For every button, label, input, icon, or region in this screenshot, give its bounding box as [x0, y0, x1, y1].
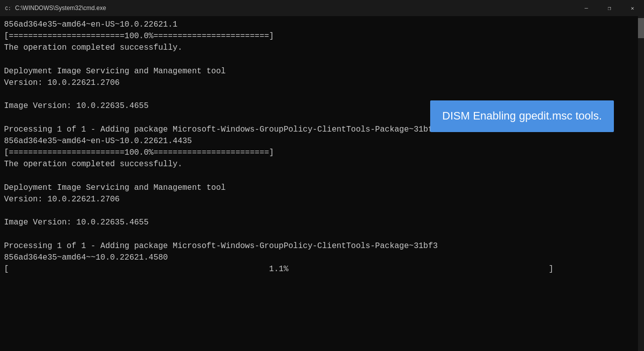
tooltip-overlay: DISM Enabling gpedit.msc tools.	[430, 100, 614, 132]
tooltip-text: DISM Enabling gpedit.msc tools.	[442, 109, 602, 122]
console-line: 856ad364e35~amd64~en-US~10.0.22621.1	[4, 19, 640, 31]
window-controls: — ❐ ✕	[575, 0, 644, 16]
cmd-window: C:\ C:\WINDOWS\System32\cmd.exe — ❐ ✕ 85…	[0, 0, 644, 351]
console-line: The operation completed successfully.	[4, 42, 640, 54]
console-line	[4, 89, 640, 100]
console-line: The operation completed successfully.	[4, 159, 640, 170]
console-line: Processing 1 of 1 - Adding package Micro…	[4, 241, 640, 252]
console-line: 856ad364e35~amd64~en-US~10.0.22621.4435	[4, 136, 640, 147]
console-line: Version: 10.0.22621.2706	[4, 77, 640, 89]
console-line	[4, 54, 640, 66]
window-title: C:\WINDOWS\System32\cmd.exe	[15, 5, 640, 12]
console-line	[4, 228, 640, 240]
console-line: Deployment Image Servicing and Managemen…	[4, 66, 640, 77]
console-line: [========================100.0%=========…	[4, 31, 640, 42]
console-line: [========================100.0%=========…	[4, 147, 640, 159]
console-line: Version: 10.0.22621.2706	[4, 194, 640, 205]
console-lines: 856ad364e35~amd64~en-US~10.0.22621.1[===…	[4, 19, 640, 275]
console-line: Deployment Image Servicing and Managemen…	[4, 182, 640, 194]
console-line: Image Version: 10.0.22635.4655	[4, 217, 640, 228]
minimize-button[interactable]: —	[575, 0, 598, 16]
cmd-icon: C:\	[4, 4, 12, 12]
console-line: 856ad364e35~amd64~~10.0.22621.4580	[4, 252, 640, 264]
console-line	[4, 170, 640, 182]
maximize-button[interactable]: ❐	[598, 0, 621, 16]
title-bar: C:\ C:\WINDOWS\System32\cmd.exe — ❐ ✕	[0, 0, 644, 16]
console-line: [ 1.1% ]	[4, 264, 640, 275]
scrollbar-thumb[interactable]	[638, 18, 644, 38]
console-line	[4, 205, 640, 217]
scrollbar[interactable]	[638, 16, 644, 351]
svg-text:C:\: C:\	[5, 6, 12, 12]
close-button[interactable]: ✕	[621, 0, 644, 16]
console-output: 856ad364e35~amd64~en-US~10.0.22621.1[===…	[0, 16, 644, 351]
